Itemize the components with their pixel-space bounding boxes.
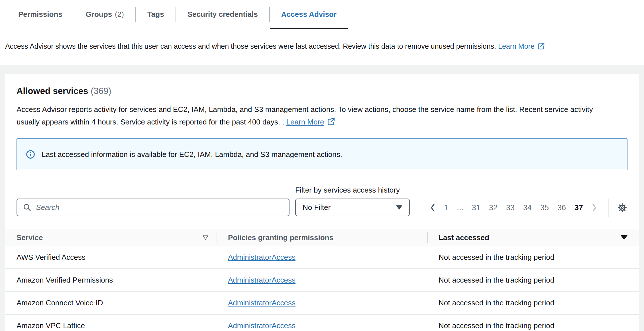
next-page-button[interactable] [587, 203, 601, 212]
last-accessed-value: Not accessed in the tracking period [427, 276, 639, 285]
allowed-services-count: (369) [91, 86, 111, 96]
tab-tags[interactable]: Tags [136, 0, 176, 29]
header-service[interactable]: Service [5, 233, 217, 242]
pagination-divider [608, 199, 609, 217]
table-row: Amazon Verified Permissions Administrato… [5, 269, 639, 292]
tab-bar: Permissions Groups (2) Tags Security cre… [0, 0, 644, 29]
policy-link[interactable]: AdministratorAccess [228, 321, 295, 330]
last-accessed-value: Not accessed in the tracking period [427, 253, 639, 262]
chevron-left-icon [430, 203, 435, 212]
page-button[interactable]: 35 [536, 203, 553, 212]
column-divider [217, 232, 217, 243]
panel-description: Access Advisor reports activity for serv… [17, 103, 615, 128]
tab-permissions[interactable]: Permissions [7, 0, 74, 29]
allowed-services-table: Service Policies granting permissions La… [5, 229, 639, 331]
service-name: Amazon Verified Permissions [5, 276, 217, 285]
tab-groups[interactable]: Groups (2) [74, 0, 135, 29]
page-button[interactable]: 34 [519, 203, 536, 212]
gear-icon [617, 203, 627, 213]
page-button[interactable]: 33 [502, 203, 519, 212]
tab-label: Security credentials [188, 10, 258, 19]
panel-learn-more-link[interactable]: Learn More [286, 118, 335, 126]
tab-label: Groups [86, 10, 112, 19]
allowed-services-panel: Allowed services (369) Access Advisor re… [5, 73, 639, 331]
last-accessed-value: Not accessed in the tracking period [427, 299, 639, 307]
table-row: Amazon Connect Voice ID AdministratorAcc… [5, 292, 639, 315]
search-input[interactable] [36, 203, 283, 212]
intro-text: Access Advisor shows the services that t… [5, 42, 496, 50]
header-last-accessed[interactable]: Last accessed [427, 233, 639, 242]
sort-descending-outline-icon [202, 235, 209, 240]
page-button[interactable]: 1 [440, 203, 453, 212]
column-divider [427, 232, 428, 243]
filter-label: Filter by services access history [295, 186, 410, 195]
table-controls: Filter by services access history No Fil… [17, 186, 627, 217]
filter-select-value: No Filter [303, 203, 331, 212]
panel-title: Allowed services (369) [17, 86, 627, 96]
service-name: Amazon Connect Voice ID [5, 299, 217, 307]
policy-link[interactable]: AdministratorAccess [228, 276, 295, 284]
current-page[interactable]: 37 [570, 203, 587, 212]
page-button[interactable]: 36 [553, 203, 570, 212]
policy-link[interactable]: AdministratorAccess [228, 253, 295, 261]
service-name: AWS Verified Access [5, 253, 217, 262]
tab-label: Permissions [18, 10, 62, 19]
settings-button[interactable] [616, 203, 627, 213]
tab-security-credentials[interactable]: Security credentials [176, 0, 269, 29]
policy-link[interactable]: AdministratorAccess [228, 299, 295, 307]
tab-label: Access Advisor [281, 10, 337, 19]
search-icon [23, 203, 31, 212]
content-area: Allowed services (369) Access Advisor re… [0, 65, 644, 331]
pagination: 1 ... 31 32 33 34 35 36 37 [415, 199, 627, 217]
page-button[interactable]: 32 [485, 203, 502, 212]
access-advisor-intro: Access Advisor shows the services that t… [0, 29, 644, 51]
external-link-icon [537, 42, 545, 50]
service-name: Amazon VPC Lattice [5, 321, 217, 330]
table-row: AWS Verified Access AdministratorAccess … [5, 246, 639, 269]
filter-select[interactable]: No Filter [295, 199, 410, 216]
previous-page-button[interactable] [426, 203, 440, 212]
search-box[interactable] [17, 199, 290, 216]
info-icon [26, 150, 35, 159]
last-accessed-value: Not accessed in the tracking period [427, 321, 639, 330]
intro-learn-more-link[interactable]: Learn More [498, 42, 545, 50]
external-link-icon [327, 117, 335, 126]
tab-groups-count: (2) [115, 10, 124, 19]
info-banner-text: Last accessed information is available f… [42, 150, 342, 159]
page-button[interactable]: 31 [468, 203, 485, 212]
info-banner: Last accessed information is available f… [17, 138, 627, 170]
chevron-right-icon [592, 203, 597, 212]
caret-down-icon [396, 205, 402, 210]
tab-label: Tags [147, 10, 164, 19]
tab-access-advisor[interactable]: Access Advisor [270, 0, 348, 29]
table-header-row: Service Policies granting permissions La… [5, 229, 639, 246]
table-row: Amazon VPC Lattice AdministratorAccess N… [5, 315, 639, 331]
sort-descending-filled-icon [621, 235, 627, 240]
header-policies: Policies granting permissions [217, 233, 427, 242]
page-ellipsis: ... [453, 203, 468, 212]
